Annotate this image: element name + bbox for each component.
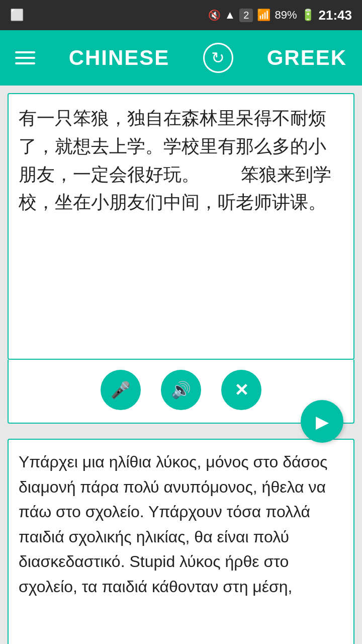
target-text-box: Υπάρχει μια ηλίθια λύκος, μόνος στο δάσο… — [8, 439, 354, 644]
clear-button[interactable] — [221, 370, 261, 410]
battery-level: 89% — [275, 9, 297, 22]
status-bar: ⬜ ▲ 2 📶 89% 🔋 21:43 — [0, 0, 362, 30]
source-controls — [8, 360, 354, 424]
send-translate-button[interactable] — [301, 400, 343, 443]
navbar: CHINESE ↻ GREEK — [0, 30, 362, 86]
menu-button[interactable] — [15, 51, 35, 64]
target-language-label[interactable]: GREEK — [267, 46, 347, 70]
send-icon — [316, 411, 329, 432]
volume-off-icon — [208, 9, 221, 22]
source-wrapper: 有一只笨狼，独自在森林里呆得不耐烦了，就想去上学。学校里有那么多的小朋友，一定会… — [8, 93, 354, 424]
clock: 21:43 — [319, 8, 352, 23]
close-icon — [234, 380, 248, 400]
source-text-content: 有一只笨狼，独自在森林里呆得不耐烦了，就想去上学。学校里有那么多的小朋友，一定会… — [19, 104, 343, 216]
battery-icon: 🔋 — [301, 9, 315, 22]
source-text-box[interactable]: 有一只笨狼，独自在森林里呆得不耐烦了，就想去上学。学校里有那么多的小朋友，一定会… — [8, 93, 354, 360]
speaker-button[interactable] — [161, 370, 201, 410]
target-wrapper: Υπάρχει μια ηλίθια λύκος, μόνος στο δάσο… — [8, 431, 354, 644]
speaker-icon — [171, 380, 191, 399]
microphone-button[interactable] — [101, 370, 141, 410]
status-right: ▲ 2 📶 89% 🔋 21:43 — [208, 8, 352, 23]
source-language-label[interactable]: CHINESE — [69, 46, 170, 70]
signal-icon: 📶 — [257, 9, 270, 22]
sim-badge: 2 — [239, 9, 253, 22]
status-left: ⬜ — [10, 9, 24, 22]
content-area: 有一只笨狼，独自在森林里呆得不耐烦了，就想去上学。学校里有那么多的小朋友，一定会… — [0, 86, 362, 644]
target-text-content: Υπάρχει μια ηλίθια λύκος, μόνος στο δάσο… — [19, 450, 343, 600]
screenshot-icon: ⬜ — [10, 9, 24, 22]
mic-icon — [111, 380, 131, 399]
swap-icon: ↻ — [211, 48, 225, 67]
swap-languages-button[interactable]: ↻ — [203, 43, 233, 73]
wifi-icon: ▲ — [225, 9, 236, 22]
